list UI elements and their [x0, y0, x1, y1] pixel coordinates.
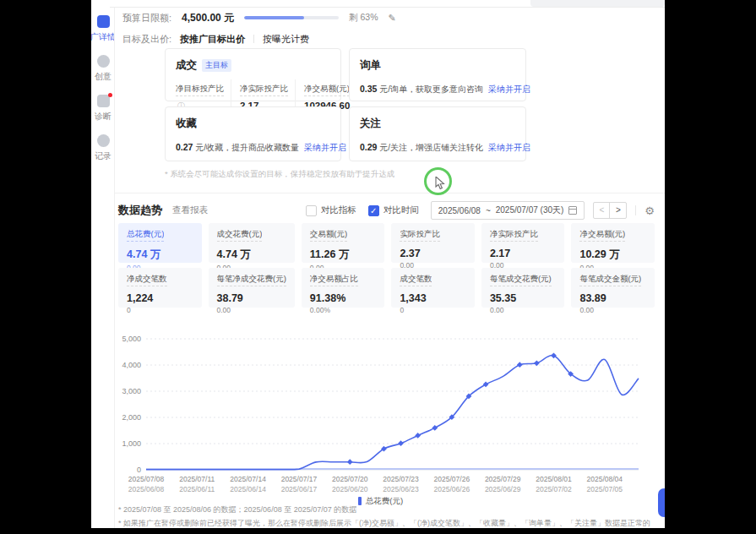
chevron-right-icon[interactable]: >	[610, 203, 626, 218]
goal-card-title: 关注	[360, 117, 381, 131]
tab-bid-by-impression[interactable]: 按曝光计费	[263, 33, 309, 46]
metric-compare-value: 0.00	[579, 306, 646, 314]
compare-time-checkbox[interactable]: ✓ 对比时间	[368, 204, 419, 216]
goal-rate: 0.27	[176, 142, 193, 152]
letterbox-right	[665, 0, 756, 534]
data-point-marker[interactable]	[551, 352, 557, 358]
compare-metric-checkbox[interactable]: 对比指标	[306, 204, 356, 216]
x-axis-tick-label-compare: 2025/06/29	[485, 485, 521, 493]
chevron-left-icon[interactable]: <	[594, 203, 610, 218]
metric-card[interactable]: 净交易额占比91.38%0.00%	[302, 268, 385, 308]
side-nav-rail: 广详情创意诊断记录	[91, 8, 115, 528]
goal-card-body: 0.35 元/询单，获取更多意向咨询采纳并开启	[360, 84, 515, 95]
metric-label: 净交易额占比	[310, 274, 358, 286]
calendar-icon	[568, 206, 577, 215]
metric-value: 91.38%	[310, 292, 377, 304]
metric-card[interactable]: 净实际投产比2.170.00	[481, 223, 565, 263]
metric-label: 每笔成交金额(元)	[579, 274, 641, 286]
budget-edit-icon[interactable]: ✎	[389, 13, 396, 24]
goal-desc: 元/收藏，提升商品收藏数量	[193, 143, 299, 152]
data-point-marker[interactable]	[483, 382, 489, 388]
creative-icon	[97, 55, 110, 68]
metric-card[interactable]: 实际投产比2.370.00	[391, 223, 475, 263]
total-spend-line	[146, 355, 639, 469]
goal-desc: 元/关注，增强店铺关注转化	[377, 143, 483, 152]
metric-card[interactable]: 净交易额(元)10.29 万0.00	[571, 223, 655, 263]
metric-label: 净实际投产比	[490, 229, 538, 242]
tab-bid-by-goal[interactable]: 按推广目标出价	[180, 33, 245, 46]
adopt-enable-link[interactable]: 采纳并开启	[488, 143, 530, 152]
gear-icon[interactable]: ⚙	[645, 204, 655, 217]
app-screen: 广详情创意诊断记录 预算日限额: 4,500.00 元 剩 63% ✎ 目标及出…	[0, 0, 756, 534]
line-chart-svg: 01,0002,0003,0004,0005,0002025/07/082025…	[117, 328, 645, 495]
letterbox-bottom	[91, 528, 665, 534]
date-range-picker[interactable]: 2025/06/08 ~ 2025/07/07 (30天)	[431, 201, 585, 220]
x-axis-tick-label-compare: 2025/07/05	[587, 485, 623, 493]
x-axis-tick-label-current: 2025/08/01	[536, 475, 572, 483]
metric-label: 净交易额(元)	[579, 229, 625, 242]
bidding-row: 目标及出价: 按推广目标出价 按曝光计费	[122, 31, 309, 46]
goal-card-title: 收藏	[176, 117, 197, 131]
checkbox-checked-icon[interactable]: ✓	[368, 205, 379, 216]
view-report-link[interactable]: 查看报表	[172, 204, 208, 216]
y-axis-tick-label: 1,000	[122, 439, 141, 448]
data-point-marker[interactable]	[534, 360, 540, 366]
metric-value: 38.79	[217, 292, 286, 304]
chart-note: * 2025/07/08 至 2025/08/06 的数据；2025/06/08…	[118, 504, 650, 515]
metric-value: 1,343	[400, 292, 466, 304]
metric-label: 净成交笔数	[127, 274, 167, 286]
date-pager: < >	[593, 202, 627, 219]
x-axis-tick-label-current: 2025/08/04	[587, 475, 623, 483]
x-axis-tick-label-compare: 2025/06/20	[332, 485, 368, 493]
adopt-enable-link[interactable]: 采纳并开启	[488, 84, 530, 94]
y-axis-tick-label: 2,000	[122, 413, 141, 422]
sidebar-item-creative[interactable]: 创意	[91, 55, 115, 83]
metric-card[interactable]: 每笔成交花费(元)35.350.00	[481, 268, 565, 308]
budget-label: 预算日限额:	[122, 12, 171, 25]
metric-value: 4.74 万	[217, 248, 286, 262]
adopt-enable-link[interactable]: 采纳并开启	[304, 143, 346, 152]
metric-card[interactable]: 每笔净成交花费(元)38.790.00	[209, 268, 295, 308]
data-point-marker[interactable]	[347, 459, 353, 465]
metric-card[interactable]: 成交笔数1,3430	[391, 268, 475, 308]
x-axis-tick-label-compare: 2025/06/23	[383, 485, 419, 493]
metric-card[interactable]: 净成交笔数1,2240	[118, 268, 202, 308]
sidebar-item-diagnosis[interactable]: 诊断	[91, 95, 115, 123]
trend-chart: 01,0002,0003,0004,0005,0002025/07/082025…	[117, 328, 645, 495]
x-axis-tick-label-compare: 2025/06/08	[128, 485, 165, 493]
data-point-marker[interactable]	[398, 440, 404, 446]
metric-card[interactable]: 交易额(元)11.26 万0.00	[302, 223, 385, 263]
x-axis-tick-label-compare: 2025/07/02	[536, 485, 572, 493]
goal-card-body: 0.29 元/关注，增强店铺关注转化采纳并开启	[360, 142, 515, 154]
metric-label: 总花费(元)	[127, 229, 164, 242]
sidebar-item-label: 创意	[95, 71, 111, 83]
x-axis-tick-label-compare: 2025/06/14	[230, 485, 266, 493]
data-point-marker[interactable]	[432, 425, 438, 431]
date-end: 2025/07/07 (30天)	[496, 204, 564, 216]
trend-header: 数据趋势 查看报表 对比指标 ✓ 对比时间 2025/06/08 ~ 2025/…	[118, 200, 655, 221]
goal-rate: 0.35	[360, 84, 377, 94]
x-axis-tick-label-compare: 2025/06/26	[434, 485, 470, 493]
y-axis-tick-label: 0	[137, 466, 141, 474]
metric-card[interactable]: 总花费(元)4.74 万0.00	[118, 223, 202, 263]
mouse-cursor-icon	[435, 177, 447, 190]
goal-stat-label: 净实际投产比	[240, 84, 288, 96]
x-axis-tick-label-current: 2025/07/14	[230, 475, 266, 483]
y-axis-tick-label: 4,000	[122, 361, 141, 369]
metric-card[interactable]: 成交花费(元)4.74 万0.00	[209, 223, 295, 263]
x-axis-tick-label-current: 2025/07/08	[128, 475, 165, 483]
x-axis-tick-label-current: 2025/07/20	[332, 475, 368, 483]
letterbox-left	[0, 0, 91, 534]
data-point-marker[interactable]	[517, 362, 523, 368]
daily-budget-row: 预算日限额: 4,500.00 元 剩 63% ✎	[122, 9, 396, 26]
sidebar-item-label: 广详情	[91, 31, 115, 43]
x-axis-tick-label-current: 2025/07/26	[434, 475, 470, 483]
sidebar-item-history[interactable]: 记录	[91, 134, 115, 162]
checkbox-unchecked-icon[interactable]	[306, 205, 317, 216]
compare-metric-label: 对比指标	[321, 204, 356, 216]
data-point-marker[interactable]	[415, 433, 421, 439]
sidebar-item-campaign-detail[interactable]: 广详情	[91, 15, 115, 43]
metric-card[interactable]: 每笔成交金额(元)83.890.00	[571, 268, 655, 308]
x-axis-tick-label-compare: 2025/06/11	[179, 485, 215, 493]
history-icon	[97, 134, 110, 147]
